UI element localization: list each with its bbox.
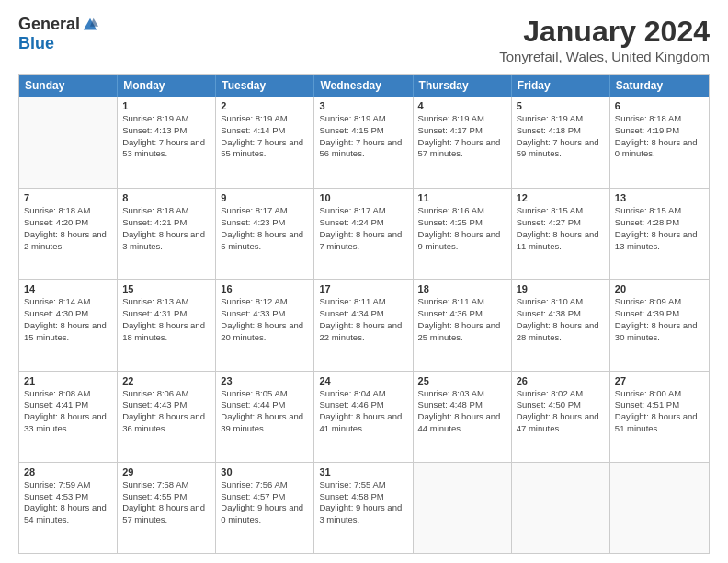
sunset-text: Sunset: 4:48 PM: [418, 399, 506, 411]
cal-cell-w2-d1: 8Sunrise: 8:18 AMSunset: 4:21 PMDaylight…: [118, 189, 216, 279]
sunset-text: Sunset: 4:39 PM: [615, 308, 704, 320]
day-number: 20: [615, 283, 704, 294]
daylight-text: Daylight: 8 hours and 33 minutes.: [24, 411, 112, 435]
daylight-text: Daylight: 8 hours and 41 minutes.: [319, 411, 407, 435]
cal-cell-w4-d3: 24Sunrise: 8:04 AMSunset: 4:46 PMDayligh…: [314, 372, 413, 462]
daylight-text: Daylight: 7 hours and 56 minutes.: [319, 137, 407, 161]
week-row-3: 14Sunrise: 8:14 AMSunset: 4:30 PMDayligh…: [19, 279, 709, 370]
cal-cell-w1-d1: 1Sunrise: 8:19 AMSunset: 4:13 PMDaylight…: [118, 97, 216, 188]
subtitle: Tonyrefail, Wales, United Kingdom: [499, 49, 710, 64]
daylight-text: Daylight: 8 hours and 18 minutes.: [122, 320, 210, 344]
cal-cell-w3-d6: 20Sunrise: 8:09 AMSunset: 4:39 PMDayligh…: [610, 280, 709, 370]
daylight-text: Daylight: 8 hours and 13 minutes.: [615, 229, 704, 253]
day-number: 17: [319, 283, 407, 294]
sunset-text: Sunset: 4:34 PM: [319, 308, 407, 320]
sunrise-text: Sunrise: 8:18 AM: [24, 205, 112, 217]
daylight-text: Daylight: 8 hours and 25 minutes.: [418, 320, 506, 344]
sunrise-text: Sunrise: 7:59 AM: [24, 479, 112, 491]
sunrise-text: Sunrise: 8:17 AM: [221, 205, 309, 217]
cal-cell-w3-d2: 16Sunrise: 8:12 AMSunset: 4:33 PMDayligh…: [216, 280, 314, 370]
cal-cell-w3-d0: 14Sunrise: 8:14 AMSunset: 4:30 PMDayligh…: [19, 280, 118, 370]
sunset-text: Sunset: 4:38 PM: [517, 308, 605, 320]
day-number: 8: [122, 192, 210, 203]
sunrise-text: Sunrise: 7:55 AM: [319, 479, 407, 491]
logo-blue: Blue: [18, 34, 54, 53]
sunset-text: Sunset: 4:44 PM: [221, 399, 309, 411]
sunset-text: Sunset: 4:33 PM: [221, 308, 309, 320]
sunrise-text: Sunrise: 8:13 AM: [122, 296, 210, 308]
logo-icon: [82, 17, 98, 33]
day-number: 4: [418, 100, 506, 111]
cal-cell-w3-d1: 15Sunrise: 8:13 AMSunset: 4:31 PMDayligh…: [118, 280, 216, 370]
sunrise-text: Sunrise: 8:11 AM: [319, 296, 407, 308]
header-wednesday: Wednesday: [314, 75, 413, 97]
cal-cell-w5-d2: 30Sunrise: 7:56 AMSunset: 4:57 PMDayligh…: [216, 463, 314, 553]
cal-cell-w3-d3: 17Sunrise: 8:11 AMSunset: 4:34 PMDayligh…: [314, 280, 413, 370]
day-number: 5: [517, 100, 605, 111]
sunrise-text: Sunrise: 8:05 AM: [221, 388, 309, 400]
daylight-text: Daylight: 8 hours and 47 minutes.: [517, 411, 605, 435]
day-number: 22: [122, 375, 210, 386]
sunrise-text: Sunrise: 8:04 AM: [319, 388, 407, 400]
sunrise-text: Sunrise: 8:11 AM: [418, 296, 506, 308]
cal-cell-w5-d6: [610, 463, 709, 553]
day-number: 10: [319, 192, 407, 203]
sunset-text: Sunset: 4:46 PM: [319, 399, 407, 411]
day-number: 1: [122, 100, 210, 111]
sunset-text: Sunset: 4:51 PM: [615, 399, 704, 411]
day-number: 15: [122, 283, 210, 294]
day-number: 21: [24, 375, 112, 386]
header-thursday: Thursday: [414, 75, 512, 97]
cal-cell-w3-d5: 19Sunrise: 8:10 AMSunset: 4:38 PMDayligh…: [512, 280, 610, 370]
day-number: 16: [221, 283, 309, 294]
day-number: 9: [221, 192, 309, 203]
sunrise-text: Sunrise: 8:16 AM: [418, 205, 506, 217]
day-number: 7: [24, 192, 112, 203]
daylight-text: Daylight: 8 hours and 22 minutes.: [319, 320, 407, 344]
sunrise-text: Sunrise: 8:08 AM: [24, 388, 112, 400]
daylight-text: Daylight: 8 hours and 39 minutes.: [221, 411, 309, 435]
daylight-text: Daylight: 8 hours and 44 minutes.: [418, 411, 506, 435]
cal-cell-w1-d6: 6Sunrise: 8:18 AMSunset: 4:19 PMDaylight…: [610, 97, 709, 188]
sunrise-text: Sunrise: 8:19 AM: [122, 113, 210, 125]
day-number: 6: [615, 100, 704, 111]
day-number: 12: [517, 192, 605, 203]
day-number: 29: [122, 466, 210, 477]
header-friday: Friday: [512, 75, 610, 97]
daylight-text: Daylight: 7 hours and 57 minutes.: [418, 137, 506, 161]
sunrise-text: Sunrise: 8:15 AM: [615, 205, 704, 217]
calendar-header: Sunday Monday Tuesday Wednesday Thursday…: [19, 75, 709, 97]
daylight-text: Daylight: 8 hours and 2 minutes.: [24, 229, 112, 253]
sunset-text: Sunset: 4:15 PM: [319, 125, 407, 137]
sunrise-text: Sunrise: 8:18 AM: [122, 205, 210, 217]
daylight-text: Daylight: 8 hours and 20 minutes.: [221, 320, 309, 344]
cal-cell-w4-d4: 25Sunrise: 8:03 AMSunset: 4:48 PMDayligh…: [414, 372, 512, 462]
day-number: 24: [319, 375, 407, 386]
cal-cell-w2-d5: 12Sunrise: 8:15 AMSunset: 4:27 PMDayligh…: [512, 189, 610, 279]
header-tuesday: Tuesday: [216, 75, 314, 97]
sunrise-text: Sunrise: 8:00 AM: [615, 388, 704, 400]
day-number: 11: [418, 192, 506, 203]
logo-text: General: [18, 15, 98, 34]
day-number: 28: [24, 466, 112, 477]
cal-cell-w5-d5: [512, 463, 610, 553]
sunrise-text: Sunrise: 8:02 AM: [517, 388, 605, 400]
day-number: 25: [418, 375, 506, 386]
sunrise-text: Sunrise: 8:06 AM: [122, 388, 210, 400]
sunrise-text: Sunrise: 7:56 AM: [221, 479, 309, 491]
week-row-1: 1Sunrise: 8:19 AMSunset: 4:13 PMDaylight…: [19, 97, 709, 188]
sunrise-text: Sunrise: 8:18 AM: [615, 113, 704, 125]
daylight-text: Daylight: 8 hours and 57 minutes.: [122, 502, 210, 526]
sunset-text: Sunset: 4:23 PM: [221, 217, 309, 229]
sunrise-text: Sunrise: 7:58 AM: [122, 479, 210, 491]
cal-cell-w1-d2: 2Sunrise: 8:19 AMSunset: 4:14 PMDaylight…: [216, 97, 314, 188]
day-number: 14: [24, 283, 112, 294]
daylight-text: Daylight: 8 hours and 0 minutes.: [615, 137, 704, 161]
day-number: 13: [615, 192, 704, 203]
cal-cell-w3-d4: 18Sunrise: 8:11 AMSunset: 4:36 PMDayligh…: [414, 280, 512, 370]
header-sunday: Sunday: [19, 75, 118, 97]
sunset-text: Sunset: 4:43 PM: [122, 399, 210, 411]
cal-cell-w4-d5: 26Sunrise: 8:02 AMSunset: 4:50 PMDayligh…: [512, 372, 610, 462]
daylight-text: Daylight: 9 hours and 3 minutes.: [319, 502, 407, 526]
cal-cell-w4-d2: 23Sunrise: 8:05 AMSunset: 4:44 PMDayligh…: [216, 372, 314, 462]
